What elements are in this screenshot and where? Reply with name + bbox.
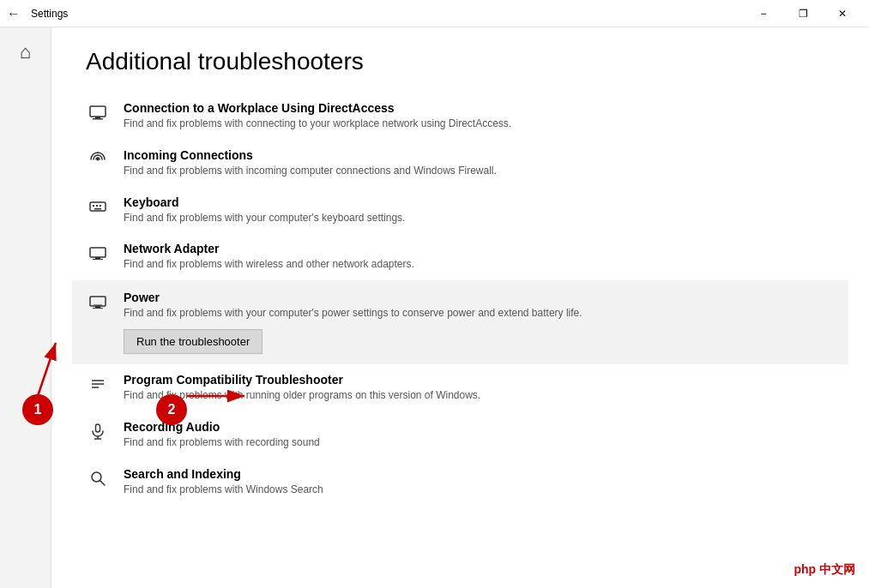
svg-line-23 xyxy=(100,480,106,485)
network-desc: Find and fix problems with wireless and … xyxy=(124,257,835,272)
directaccess-desc: Find and fix problems with connecting to… xyxy=(124,117,835,131)
back-button[interactable]: ← xyxy=(7,6,21,21)
titlebar-controls: − ❐ ✕ xyxy=(744,0,862,27)
audio-icon xyxy=(86,422,110,445)
compat-icon xyxy=(86,375,110,398)
power-icon xyxy=(86,292,110,315)
svg-rect-10 xyxy=(95,257,100,259)
search-text: Search and Indexing Find and fix problem… xyxy=(124,467,835,497)
audio-name: Recording Audio xyxy=(124,420,835,434)
audio-text: Recording Audio Find and fix problems wi… xyxy=(124,420,835,450)
compat-name: Program Compatibility Troubleshooter xyxy=(124,373,835,387)
maximize-button[interactable]: ❐ xyxy=(783,0,823,27)
page-title: Additional troubleshooters xyxy=(86,48,835,75)
svg-rect-2 xyxy=(93,118,103,120)
svg-rect-8 xyxy=(94,208,101,210)
watermark: php 中文网 xyxy=(794,562,855,578)
svg-point-3 xyxy=(97,158,100,160)
svg-rect-14 xyxy=(93,308,103,309)
list-item[interactable]: Connection to a Workplace Using DirectAc… xyxy=(86,93,835,140)
compat-desc: Find and fix problems with running older… xyxy=(124,388,835,403)
svg-rect-0 xyxy=(90,106,106,117)
titlebar-left: ← Settings xyxy=(7,6,68,21)
list-item[interactable]: Network Adapter Find and fix problems wi… xyxy=(86,233,835,280)
list-item[interactable]: Incoming Connections Find and fix proble… xyxy=(86,140,835,187)
directaccess-icon xyxy=(86,103,110,126)
search-icon xyxy=(86,469,110,492)
directaccess-text: Connection to a Workplace Using DirectAc… xyxy=(124,101,835,131)
svg-rect-1 xyxy=(95,117,100,118)
svg-rect-6 xyxy=(96,205,98,207)
power-name: Power xyxy=(124,291,835,304)
audio-desc: Find and fix problems with recording sou… xyxy=(124,435,835,450)
network-icon xyxy=(86,243,110,267)
run-troubleshooter-button[interactable]: Run the troubleshooter xyxy=(124,329,263,354)
list-item[interactable]: Search and Indexing Find and fix problem… xyxy=(86,459,835,506)
close-button[interactable]: ✕ xyxy=(823,0,862,27)
search-name: Search and Indexing xyxy=(124,467,835,481)
svg-rect-19 xyxy=(96,424,100,432)
keyboard-icon xyxy=(86,197,110,220)
network-name: Network Adapter xyxy=(124,242,835,255)
svg-rect-7 xyxy=(100,205,101,207)
power-text: Power Find and fix problems with your co… xyxy=(124,291,835,354)
incoming-icon xyxy=(86,150,110,173)
incoming-text: Incoming Connections Find and fix proble… xyxy=(124,148,835,178)
home-icon[interactable]: ⌂ xyxy=(20,41,31,63)
svg-rect-12 xyxy=(90,297,106,306)
power-desc: Find and fix problems with your computer… xyxy=(124,306,835,321)
compat-text: Program Compatibility Troubleshooter Fin… xyxy=(124,373,835,403)
content-area: Additional troubleshooters Connection to… xyxy=(51,27,869,588)
list-item[interactable]: Keyboard Find and fix problems with your… xyxy=(86,187,835,234)
annotation-1: 1 xyxy=(22,394,53,425)
incoming-desc: Find and fix problems with incoming comp… xyxy=(124,164,835,178)
svg-rect-13 xyxy=(95,306,100,308)
keyboard-desc: Find and fix problems with your computer… xyxy=(124,211,835,225)
power-item[interactable]: Power Find and fix problems with your co… xyxy=(72,280,848,364)
titlebar-title: Settings xyxy=(31,8,68,20)
main-layout: ⌂ Additional troubleshooters Connection … xyxy=(0,27,869,588)
minimize-button[interactable]: − xyxy=(744,0,783,27)
titlebar: ← Settings − ❐ ✕ xyxy=(0,0,869,27)
sidebar: ⌂ xyxy=(0,27,51,588)
directaccess-name: Connection to a Workplace Using DirectAc… xyxy=(124,101,835,115)
keyboard-text: Keyboard Find and fix problems with your… xyxy=(124,195,835,225)
svg-rect-9 xyxy=(90,248,106,257)
search-desc: Find and fix problems with Windows Searc… xyxy=(124,483,835,497)
svg-rect-11 xyxy=(93,259,103,260)
incoming-name: Incoming Connections xyxy=(124,148,835,162)
list-item[interactable]: Program Compatibility Troubleshooter Fin… xyxy=(86,364,835,411)
list-item[interactable]: Recording Audio Find and fix problems wi… xyxy=(86,411,835,459)
svg-rect-5 xyxy=(93,205,94,207)
network-text: Network Adapter Find and fix problems wi… xyxy=(124,242,835,272)
annotation-2: 2 xyxy=(156,394,187,425)
keyboard-name: Keyboard xyxy=(124,195,835,209)
